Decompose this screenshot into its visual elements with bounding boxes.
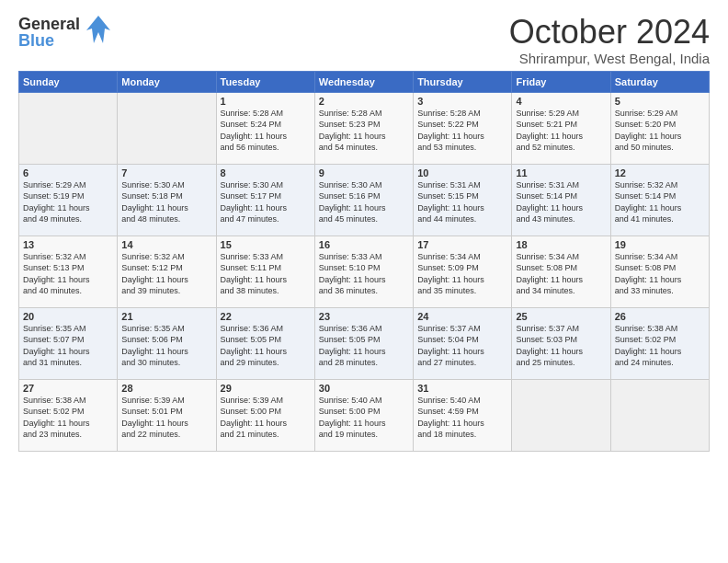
cell-info: Sunrise: 5:28 AM Sunset: 5:22 PM Dayligh…: [417, 108, 507, 154]
weekday-header: Thursday: [414, 71, 512, 92]
cell-info: Sunrise: 5:30 AM Sunset: 5:18 PM Dayligh…: [121, 179, 211, 225]
calendar-cell: [19, 92, 118, 164]
day-number: 27: [23, 383, 113, 394]
cell-info: Sunrise: 5:37 AM Sunset: 5:04 PM Dayligh…: [417, 323, 507, 369]
cell-info: Sunrise: 5:35 AM Sunset: 5:06 PM Dayligh…: [121, 323, 211, 369]
day-number: 9: [319, 167, 409, 178]
calendar-cell: 25Sunrise: 5:37 AM Sunset: 5:03 PM Dayli…: [512, 307, 610, 379]
calendar-cell: 19Sunrise: 5:34 AM Sunset: 5:08 PM Dayli…: [610, 236, 709, 307]
day-number: 2: [319, 96, 409, 107]
day-number: 30: [319, 383, 409, 394]
calendar-cell: 29Sunrise: 5:39 AM Sunset: 5:00 PM Dayli…: [216, 379, 314, 451]
weekday-header: Sunday: [19, 71, 118, 92]
calendar-cell: 28Sunrise: 5:39 AM Sunset: 5:01 PM Dayli…: [118, 379, 216, 451]
cell-info: Sunrise: 5:28 AM Sunset: 5:23 PM Dayligh…: [319, 108, 409, 154]
title-block: October 2024 Shrirampur, West Bengal, In…: [509, 14, 710, 66]
cell-info: Sunrise: 5:29 AM Sunset: 5:19 PM Dayligh…: [23, 179, 113, 225]
day-number: 18: [516, 239, 606, 250]
cell-info: Sunrise: 5:32 AM Sunset: 5:14 PM Dayligh…: [615, 179, 705, 225]
calendar-week-row: 1Sunrise: 5:28 AM Sunset: 5:24 PM Daylig…: [19, 92, 710, 164]
calendar-cell: 12Sunrise: 5:32 AM Sunset: 5:14 PM Dayli…: [610, 164, 709, 236]
day-number: 4: [516, 96, 606, 107]
weekday-header: Monday: [118, 71, 216, 92]
calendar-cell: 10Sunrise: 5:31 AM Sunset: 5:15 PM Dayli…: [414, 164, 512, 236]
calendar-cell: 11Sunrise: 5:31 AM Sunset: 5:14 PM Dayli…: [512, 164, 610, 236]
day-number: 22: [221, 311, 311, 322]
calendar-week-row: 13Sunrise: 5:32 AM Sunset: 5:13 PM Dayli…: [19, 236, 710, 307]
cell-info: Sunrise: 5:28 AM Sunset: 5:24 PM Dayligh…: [221, 108, 311, 154]
page-container: General Blue October 2024 Shrirampur, We…: [0, 0, 728, 461]
header-row: SundayMondayTuesdayWednesdayThursdayFrid…: [19, 71, 710, 92]
cell-info: Sunrise: 5:40 AM Sunset: 5:00 PM Dayligh…: [319, 395, 409, 441]
day-number: 11: [516, 167, 606, 178]
calendar-cell: 16Sunrise: 5:33 AM Sunset: 5:10 PM Dayli…: [314, 236, 413, 307]
calendar-cell: 27Sunrise: 5:38 AM Sunset: 5:02 PM Dayli…: [19, 379, 118, 451]
cell-info: Sunrise: 5:34 AM Sunset: 5:08 PM Dayligh…: [615, 251, 705, 297]
cell-info: Sunrise: 5:30 AM Sunset: 5:16 PM Dayligh…: [319, 179, 409, 225]
cell-info: Sunrise: 5:36 AM Sunset: 5:05 PM Dayligh…: [319, 323, 409, 369]
day-number: 17: [417, 239, 507, 250]
calendar-cell: 26Sunrise: 5:38 AM Sunset: 5:02 PM Dayli…: [610, 307, 709, 379]
calendar-cell: 6Sunrise: 5:29 AM Sunset: 5:19 PM Daylig…: [19, 164, 118, 236]
calendar-cell: 14Sunrise: 5:32 AM Sunset: 5:12 PM Dayli…: [118, 236, 216, 307]
cell-info: Sunrise: 5:38 AM Sunset: 5:02 PM Dayligh…: [23, 395, 113, 441]
day-number: 25: [516, 311, 606, 322]
calendar-cell: 23Sunrise: 5:36 AM Sunset: 5:05 PM Dayli…: [314, 307, 413, 379]
calendar-cell: 13Sunrise: 5:32 AM Sunset: 5:13 PM Dayli…: [19, 236, 118, 307]
cell-info: Sunrise: 5:39 AM Sunset: 5:00 PM Dayligh…: [221, 395, 311, 441]
calendar-cell: 5Sunrise: 5:29 AM Sunset: 5:20 PM Daylig…: [610, 92, 709, 164]
day-number: 28: [121, 383, 211, 394]
calendar-cell: 1Sunrise: 5:28 AM Sunset: 5:24 PM Daylig…: [216, 92, 314, 164]
calendar-week-row: 20Sunrise: 5:35 AM Sunset: 5:07 PM Dayli…: [19, 307, 710, 379]
cell-info: Sunrise: 5:34 AM Sunset: 5:08 PM Dayligh…: [516, 251, 606, 297]
day-number: 19: [615, 239, 705, 250]
cell-info: Sunrise: 5:34 AM Sunset: 5:09 PM Dayligh…: [417, 251, 507, 297]
calendar-cell: 30Sunrise: 5:40 AM Sunset: 5:00 PM Dayli…: [314, 379, 413, 451]
calendar-cell: 24Sunrise: 5:37 AM Sunset: 5:04 PM Dayli…: [414, 307, 512, 379]
day-number: 1: [221, 96, 311, 107]
day-number: 13: [23, 239, 113, 250]
cell-info: Sunrise: 5:31 AM Sunset: 5:14 PM Dayligh…: [516, 179, 606, 225]
day-number: 6: [23, 167, 113, 178]
calendar-table: SundayMondayTuesdayWednesdayThursdayFrid…: [18, 71, 710, 452]
calendar-cell: [118, 92, 216, 164]
day-number: 26: [615, 311, 705, 322]
calendar-cell: 15Sunrise: 5:33 AM Sunset: 5:11 PM Dayli…: [216, 236, 314, 307]
cell-info: Sunrise: 5:36 AM Sunset: 5:05 PM Dayligh…: [221, 323, 311, 369]
location-subtitle: Shrirampur, West Bengal, India: [509, 51, 710, 66]
calendar-cell: 7Sunrise: 5:30 AM Sunset: 5:18 PM Daylig…: [118, 164, 216, 236]
cell-info: Sunrise: 5:31 AM Sunset: 5:15 PM Dayligh…: [417, 179, 507, 225]
day-number: 10: [417, 167, 507, 178]
calendar-cell: [610, 379, 709, 451]
cell-info: Sunrise: 5:33 AM Sunset: 5:11 PM Dayligh…: [221, 251, 311, 297]
weekday-header: Tuesday: [216, 71, 314, 92]
calendar-cell: 9Sunrise: 5:30 AM Sunset: 5:16 PM Daylig…: [314, 164, 413, 236]
day-number: 8: [221, 167, 311, 178]
cell-info: Sunrise: 5:35 AM Sunset: 5:07 PM Dayligh…: [23, 323, 113, 369]
logo-bird-icon: [85, 14, 112, 50]
calendar-cell: 21Sunrise: 5:35 AM Sunset: 5:06 PM Dayli…: [118, 307, 216, 379]
weekday-header: Saturday: [610, 71, 709, 92]
day-number: 15: [221, 239, 311, 250]
header: General Blue October 2024 Shrirampur, We…: [18, 14, 710, 66]
cell-info: Sunrise: 5:32 AM Sunset: 5:12 PM Dayligh…: [121, 251, 211, 297]
logo-general: General: [18, 16, 80, 32]
day-number: 29: [221, 383, 311, 394]
cell-info: Sunrise: 5:40 AM Sunset: 4:59 PM Dayligh…: [417, 395, 507, 441]
cell-info: Sunrise: 5:29 AM Sunset: 5:20 PM Dayligh…: [615, 108, 705, 154]
calendar-cell: 18Sunrise: 5:34 AM Sunset: 5:08 PM Dayli…: [512, 236, 610, 307]
weekday-header: Friday: [512, 71, 610, 92]
calendar-week-row: 6Sunrise: 5:29 AM Sunset: 5:19 PM Daylig…: [19, 164, 710, 236]
logo-blue: Blue: [18, 32, 80, 49]
day-number: 14: [121, 239, 211, 250]
cell-info: Sunrise: 5:39 AM Sunset: 5:01 PM Dayligh…: [121, 395, 211, 441]
cell-info: Sunrise: 5:33 AM Sunset: 5:10 PM Dayligh…: [319, 251, 409, 297]
cell-info: Sunrise: 5:32 AM Sunset: 5:13 PM Dayligh…: [23, 251, 113, 297]
logo: General Blue: [18, 14, 112, 50]
calendar-week-row: 27Sunrise: 5:38 AM Sunset: 5:02 PM Dayli…: [19, 379, 710, 451]
calendar-cell: 17Sunrise: 5:34 AM Sunset: 5:09 PM Dayli…: [414, 236, 512, 307]
calendar-cell: 20Sunrise: 5:35 AM Sunset: 5:07 PM Dayli…: [19, 307, 118, 379]
day-number: 7: [121, 167, 211, 178]
day-number: 31: [417, 383, 507, 394]
day-number: 21: [121, 311, 211, 322]
